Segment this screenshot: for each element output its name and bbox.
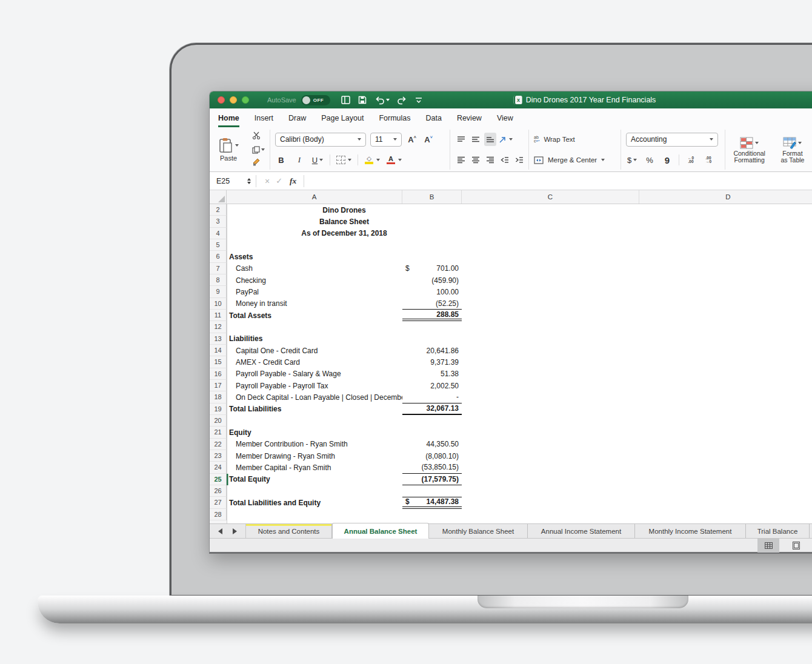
cell-b9[interactable]: 100.00 [402, 286, 462, 297]
merge-center-button[interactable]: Merge & Center [534, 151, 616, 168]
align-middle-button[interactable] [470, 133, 482, 146]
ribbon-tab-data[interactable]: Data [425, 114, 441, 127]
column-header-c[interactable]: C [462, 190, 639, 204]
align-left-button[interactable] [455, 153, 467, 167]
cell-b21[interactable] [402, 427, 462, 438]
ribbon-tab-draw[interactable]: Draw [288, 114, 306, 127]
column-header-b[interactable]: B [402, 190, 462, 204]
cell-a23[interactable]: Member Drawing - Ryan Smith [227, 450, 402, 462]
cell-a19[interactable]: Total Liabilities [227, 403, 402, 415]
row-header-14[interactable]: 14 [210, 345, 227, 356]
orientation-button[interactable] [499, 133, 513, 146]
increase-decimal-button[interactable]: ←0.00 [685, 153, 697, 167]
cell-a17[interactable]: Payroll Payable - Payroll Tax [227, 380, 402, 391]
row-header-28[interactable]: 28 [210, 509, 227, 520]
cell-a8[interactable]: Checking [227, 274, 402, 286]
percent-format-button[interactable]: % [644, 153, 656, 167]
cell-a27[interactable]: Total Liabilities and Equity [227, 497, 402, 508]
cell-a14[interactable]: Capital One - Credit Card [227, 345, 402, 356]
cell-b16[interactable]: 51.38 [402, 368, 462, 380]
cell-b8[interactable]: (459.90) [402, 274, 462, 286]
copy-button[interactable] [252, 146, 265, 154]
cell-a7[interactable]: Cash [227, 263, 402, 274]
align-right-button[interactable] [484, 153, 496, 167]
normal-view-button[interactable] [757, 539, 779, 553]
cell-a28[interactable] [227, 509, 402, 520]
cell-a21[interactable]: Equity [227, 427, 402, 438]
ribbon-tab-view[interactable]: View [497, 114, 513, 127]
conditional-formatting-button[interactable]: ConditionalFormatting [730, 136, 768, 164]
row-header-19[interactable]: 19 [210, 403, 227, 415]
align-top-button[interactable] [455, 133, 467, 146]
stepper-up-icon[interactable] [247, 178, 251, 181]
cell-b15[interactable]: 9,371.39 [402, 356, 462, 368]
insert-function-icon[interactable]: fx [290, 176, 296, 186]
name-box-stepper[interactable] [247, 178, 251, 184]
font-name-select[interactable]: Calibri (Body) [275, 133, 366, 147]
row-header-4[interactable]: 4 [210, 228, 227, 239]
cell-a6[interactable]: Assets [227, 251, 402, 262]
cell-b14[interactable]: 20,641.86 [402, 345, 462, 356]
sidebar-toggle-icon[interactable] [341, 96, 350, 104]
cell-b22[interactable]: 44,350.50 [402, 439, 462, 450]
currency-format-button[interactable]: $ [626, 153, 638, 167]
cell-a10[interactable]: Money in transit [227, 298, 402, 310]
formula-input[interactable] [304, 172, 812, 190]
bold-button[interactable]: B [275, 153, 287, 167]
cut-button[interactable] [252, 131, 265, 141]
cell-a2[interactable]: Dino Drones [227, 204, 462, 216]
increase-font-size-button[interactable]: A˄ [406, 133, 418, 146]
align-bottom-button[interactable] [484, 133, 496, 146]
cell-b25[interactable]: (17,579.75) [402, 474, 462, 485]
row-header-15[interactable]: 15 [210, 356, 227, 368]
cell-a11[interactable]: Total Assets [227, 310, 402, 321]
cell-b27[interactable]: $14,487.38 [402, 497, 462, 508]
decrease-font-size-button[interactable]: A˅ [422, 133, 434, 146]
zoom-window-button[interactable] [242, 96, 249, 104]
row-header-18[interactable]: 18 [210, 391, 227, 403]
cell-b18[interactable]: - [402, 391, 462, 403]
cell-a9[interactable]: PayPal [227, 286, 402, 297]
row-header-2[interactable]: 2 [210, 204, 227, 216]
cell-b5[interactable] [402, 239, 462, 251]
cell-a24[interactable]: Member Capital - Ryan Smith [227, 462, 402, 473]
paste-button[interactable]: Paste [215, 138, 242, 162]
row-header-17[interactable]: 17 [210, 380, 227, 391]
cell-a4[interactable]: As of December 31, 2018 [227, 228, 462, 239]
row-header-12[interactable]: 12 [210, 321, 227, 333]
row-header-10[interactable]: 10 [210, 298, 227, 310]
comma-format-button[interactable]: 9 [661, 153, 673, 167]
next-sheet-icon[interactable] [233, 528, 237, 534]
row-header-27[interactable]: 27 [210, 497, 227, 508]
row-header-16[interactable]: 16 [210, 368, 227, 380]
page-layout-view-button[interactable] [785, 539, 807, 553]
cell-a18[interactable]: On Deck Capital - Loan Payable | Closed … [227, 391, 402, 403]
cell-b12[interactable] [402, 321, 462, 333]
cell-a26[interactable] [227, 485, 402, 497]
sheet-tab-monthly-income-statement[interactable]: Monthly Income Statement [635, 524, 746, 538]
name-box[interactable]: E25 [210, 177, 247, 185]
ribbon-display-options-icon[interactable] [415, 96, 422, 104]
ribbon-tab-formulas[interactable]: Formulas [379, 114, 410, 127]
cell-b10[interactable]: (52.25) [402, 298, 462, 310]
paste-menu-chevron-icon[interactable] [235, 144, 239, 147]
number-format-select[interactable]: Accounting [626, 133, 718, 147]
row-header-6[interactable]: 6 [210, 251, 227, 262]
cell-a3[interactable]: Balance Sheet [227, 216, 462, 227]
cell-b28[interactable] [402, 509, 462, 520]
fill-color-button[interactable]: ◇ [364, 153, 380, 167]
font-color-button[interactable]: A [386, 153, 402, 167]
align-center-button[interactable] [470, 153, 482, 167]
cell-b17[interactable]: 2,002.50 [402, 380, 462, 391]
ribbon-tab-review[interactable]: Review [457, 114, 482, 127]
row-header-7[interactable]: 7 [210, 263, 227, 274]
stepper-down-icon[interactable] [247, 182, 251, 184]
undo-icon[interactable] [374, 96, 390, 105]
cell-a5[interactable] [227, 239, 402, 251]
row-header-8[interactable]: 8 [210, 274, 227, 286]
select-all-corner[interactable] [210, 190, 227, 204]
minimize-window-button[interactable] [230, 96, 237, 104]
borders-button[interactable] [336, 153, 351, 167]
increase-indent-button[interactable] [513, 153, 525, 167]
wrap-text-button[interactable]: abc↩ Wrap Text [534, 131, 616, 148]
